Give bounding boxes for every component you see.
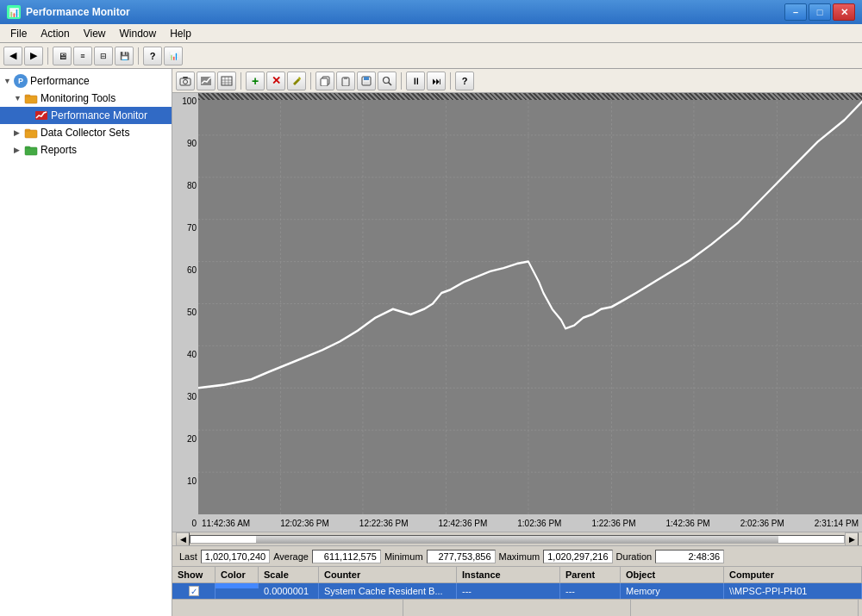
checkbox-checked: ✓ <box>189 586 199 596</box>
toolbar-computer[interactable]: 🖥 <box>53 47 72 65</box>
sidebar-item-performance[interactable]: ▼ P Performance <box>0 72 172 90</box>
y-axis: 100 90 80 70 60 50 40 30 20 10 0 <box>172 93 198 532</box>
menu-window[interactable]: Window <box>113 26 164 41</box>
scroll-left[interactable]: ◀ <box>176 532 190 546</box>
sidebar-item-monitoring[interactable]: ▼ Monitoring Tools <box>0 90 172 107</box>
toolbar-sep-2 <box>138 47 139 65</box>
perf-tb-zoom[interactable] <box>378 72 397 90</box>
scroll-right[interactable]: ▶ <box>845 532 859 546</box>
y-label-100: 100 <box>174 96 197 106</box>
main-toolbar: ◀ ▶ 🖥 ≡ ⊟ 💾 ? 📊 <box>0 43 862 69</box>
x-label-4: 1:02:36 PM <box>517 519 561 528</box>
perf-tb-grid[interactable] <box>217 72 236 90</box>
perf-tb-pause[interactable]: ⏸ <box>406 72 425 90</box>
expander-data-collector: ▶ <box>14 128 24 137</box>
sidebar-item-data-collector[interactable]: ▶ Data Collector Sets <box>0 124 172 141</box>
toolbar-sep-1 <box>47 47 48 65</box>
toolbar-save[interactable]: 💾 <box>115 47 134 65</box>
svg-rect-21 <box>364 77 369 80</box>
reports-folder-icon <box>24 143 38 157</box>
svg-rect-1 <box>25 95 30 96</box>
toolbar-back[interactable]: ◀ <box>3 47 22 65</box>
svg-rect-4 <box>25 129 30 131</box>
sidebar-label-performance: Performance <box>30 75 90 87</box>
perf-tb-help[interactable]: ? <box>455 72 474 90</box>
x-label-6: 1:42:36 PM <box>666 519 710 528</box>
status-panel-2 <box>403 600 631 616</box>
x-label-5: 1:22:36 PM <box>591 519 635 528</box>
menu-bar: File Action View Window Help <box>0 24 862 43</box>
perf-tb-chart[interactable] <box>197 72 216 90</box>
menu-help[interactable]: Help <box>163 26 198 41</box>
perf-tb-remove[interactable]: ✕ <box>266 72 285 90</box>
content-area: + ✕ ⏸ ⏭ ? <box>172 69 862 616</box>
td-scale: 0.0000001 <box>259 583 319 599</box>
th-instance: Instance <box>457 567 560 582</box>
td-counter: System Cache Resident B... <box>319 583 457 599</box>
sidebar-label-data-collector: Data Collector Sets <box>41 127 129 139</box>
sidebar-item-perf-monitor[interactable]: Performance Monitor <box>0 107 172 124</box>
restore-button[interactable]: □ <box>809 3 831 21</box>
window-title: Performance Monitor <box>26 6 130 18</box>
minimize-button[interactable]: – <box>784 3 807 21</box>
y-label-90: 90 <box>174 139 197 148</box>
perf-tb-save[interactable] <box>357 72 376 90</box>
svg-rect-17 <box>321 78 328 86</box>
perf-toolbar: + ✕ ⏸ ⏭ ? <box>172 69 862 93</box>
menu-action[interactable]: Action <box>34 26 76 41</box>
perf-sep-1 <box>240 72 241 90</box>
toolbar-list[interactable]: ≡ <box>73 47 92 65</box>
th-show: Show <box>172 567 216 582</box>
svg-rect-9 <box>183 77 188 78</box>
maximum-label: Maximum <box>499 551 540 562</box>
svg-rect-19 <box>344 77 347 79</box>
td-color <box>216 583 259 588</box>
toolbar-help[interactable]: ? <box>143 47 162 65</box>
perf-sep-3 <box>401 72 402 90</box>
average-value: 611,112,575 <box>312 550 381 563</box>
scrollbar-track[interactable] <box>190 535 845 544</box>
perf-tb-copy[interactable] <box>315 72 334 90</box>
sidebar-item-reports[interactable]: ▶ Reports <box>0 141 172 159</box>
perf-tb-camera[interactable] <box>176 72 195 90</box>
table-row[interactable]: ✓ 0.0000001 System Cache Resident B... -… <box>172 583 862 599</box>
scrollbar-thumb[interactable] <box>256 536 778 543</box>
perf-tb-paste[interactable] <box>336 72 355 90</box>
minimum-value: 277,753,856 <box>427 550 496 563</box>
toolbar-grid[interactable]: ⊟ <box>94 47 113 65</box>
expander-performance: ▼ <box>3 77 14 85</box>
x-label-2: 12:22:36 PM <box>359 519 409 528</box>
td-show[interactable]: ✓ <box>172 583 216 599</box>
x-label-8: 2:31:14 PM <box>815 519 859 528</box>
maximum-value: 1,020,297,216 <box>543 550 612 563</box>
sidebar-label-perf-monitor: Performance Monitor <box>51 109 147 121</box>
y-label-50: 50 <box>174 308 197 317</box>
y-label-70: 70 <box>174 223 197 233</box>
expander-perf-monitor <box>24 111 34 120</box>
status-bar <box>172 599 862 616</box>
perf-tb-add[interactable]: + <box>246 72 265 90</box>
y-label-60: 60 <box>174 265 197 275</box>
menu-file[interactable]: File <box>3 26 34 41</box>
menu-view[interactable]: View <box>77 26 113 41</box>
toolbar-forward[interactable]: ▶ <box>24 47 43 65</box>
svg-line-24 <box>389 82 392 85</box>
status-panel-1 <box>176 600 403 616</box>
th-parent: Parent <box>560 567 621 582</box>
close-button[interactable]: ✕ <box>833 3 855 21</box>
minimum-label: Minimum <box>384 551 423 562</box>
svg-rect-22 <box>364 82 369 84</box>
perf-tb-edit[interactable] <box>287 72 306 90</box>
toolbar-extra[interactable]: 📊 <box>164 47 183 65</box>
x-axis: 11:42:36 AM 12:02:36 PM 12:22:36 PM 12:4… <box>198 514 862 532</box>
y-label-80: 80 <box>174 181 197 190</box>
x-label-7: 2:02:36 PM <box>740 519 784 528</box>
app-icon: 📊 <box>7 5 21 19</box>
stats-row: Last 1,020,170,240 Average 611,112,575 M… <box>172 545 862 566</box>
y-label-40: 40 <box>174 350 197 359</box>
svg-point-8 <box>184 79 188 84</box>
y-label-0: 0 <box>174 519 197 528</box>
perf-tb-next[interactable]: ⏭ <box>427 72 446 90</box>
duration-value: 2:48:36 <box>655 550 724 563</box>
x-label-1: 12:02:36 PM <box>280 519 329 528</box>
